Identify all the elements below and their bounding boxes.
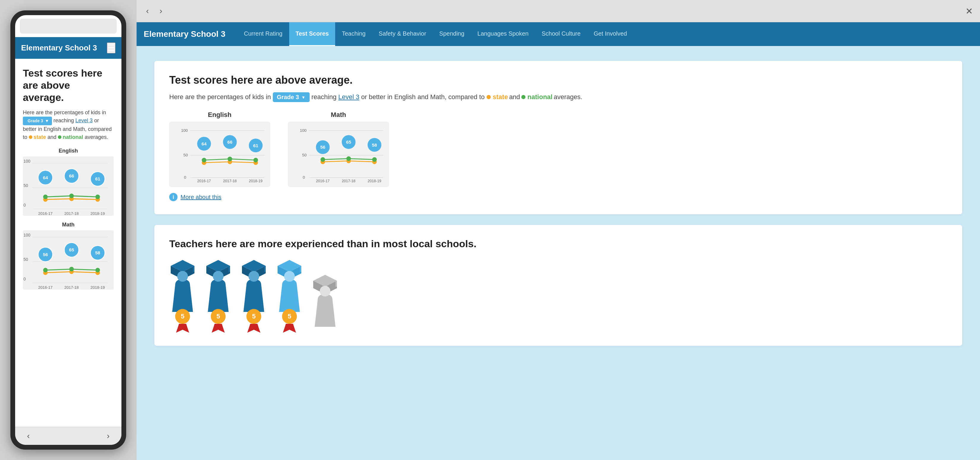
browser-back-button[interactable]: ‹ [144, 5, 151, 17]
svg-text:100: 100 [300, 128, 307, 133]
hamburger-menu[interactable]: ☰ [107, 43, 116, 54]
nav-tabs: Current Rating Test Scores Teaching Safe… [237, 22, 633, 46]
phone-level-link[interactable]: Level 3 [75, 117, 92, 124]
level-link[interactable]: Level 3 [339, 93, 360, 101]
svg-point-67 [347, 156, 351, 161]
svg-point-91 [248, 271, 259, 282]
svg-text:61: 61 [95, 176, 100, 182]
teacher-figure-2: 5 [205, 259, 232, 333]
phone-address-bar[interactable] [20, 19, 117, 33]
svg-point-81 [177, 271, 188, 282]
more-about-link[interactable]: More about this [180, 194, 221, 201]
svg-text:0: 0 [303, 175, 305, 179]
phone-bottom-nav: ‹ › [15, 427, 121, 445]
svg-point-26 [95, 268, 100, 273]
svg-text:0: 0 [184, 175, 186, 179]
svg-point-46 [228, 157, 232, 161]
dot-state-phone [29, 135, 32, 139]
info-icon: i [169, 193, 178, 201]
svg-text:66: 66 [228, 140, 233, 144]
teacher-figure-5 [312, 273, 339, 333]
phone-forward-button[interactable]: › [107, 431, 110, 441]
svg-rect-95 [300, 266, 301, 272]
svg-point-96 [284, 271, 295, 282]
tab-safety-behavior[interactable]: Safety & Behavior [372, 22, 433, 46]
ribbon-3 [247, 324, 260, 333]
svg-text:2016-17: 2016-17 [197, 179, 211, 183]
svg-point-45 [202, 158, 206, 162]
phone-description: Here are the percentages of kids in Grad… [23, 109, 114, 141]
phone-english-title: English [23, 148, 114, 154]
tab-get-involved[interactable]: Get Involved [587, 22, 633, 46]
phone-back-button[interactable]: ‹ [27, 431, 30, 441]
svg-text:56: 56 [320, 144, 326, 149]
site-header: Elementary School 3 Current Rating Test … [137, 22, 980, 46]
main-content: Test scores here are above average. Here… [137, 46, 980, 460]
dropdown-arrow: ▼ [301, 95, 305, 100]
tab-spending[interactable]: Spending [433, 22, 471, 46]
svg-point-24 [43, 268, 48, 273]
svg-text:2018-19: 2018-19 [249, 179, 262, 183]
browser-panel: ‹ › ✕ Elementary School 3 Current Rating… [137, 0, 980, 460]
ribbon-1 [176, 324, 189, 333]
math-chart-box: 100 50 0 [288, 122, 389, 187]
svg-rect-100 [336, 281, 337, 287]
svg-rect-85 [229, 266, 230, 272]
math-chart-svg: 100 50 0 [300, 126, 386, 184]
phone-heading: Test scores here are above average. [23, 67, 114, 103]
phone-math-chart: 100 50 0 [23, 230, 114, 290]
svg-marker-82 [176, 324, 189, 333]
tab-languages-spoken[interactable]: Languages Spoken [471, 22, 535, 46]
svg-point-7 [69, 194, 74, 198]
teachers-heading: Teachers here are more experienced than … [169, 238, 947, 250]
svg-text:64: 64 [43, 175, 48, 180]
math-chart-title: Math [288, 111, 389, 119]
svg-text:65: 65 [69, 247, 74, 252]
english-chart-title: English [169, 111, 270, 119]
svg-text:65: 65 [346, 140, 352, 144]
medal-1: 5 [175, 309, 190, 324]
browser-close-button[interactable]: ✕ [966, 6, 973, 16]
svg-text:56: 56 [43, 252, 48, 257]
svg-text:58: 58 [95, 251, 100, 255]
svg-text:64: 64 [202, 141, 207, 146]
svg-point-25 [69, 267, 74, 271]
svg-text:2018-19: 2018-19 [368, 179, 381, 183]
teacher-figure-1: 5 [169, 259, 196, 333]
svg-rect-90 [264, 266, 266, 272]
ribbon-2 [212, 324, 225, 333]
tab-teaching[interactable]: Teaching [335, 22, 372, 46]
teacher-svg-5 [312, 273, 339, 333]
phone-school-title: Elementary School 3 [21, 43, 97, 52]
charts-row: English 100 50 0 [169, 111, 947, 187]
browser-forward-button[interactable]: › [157, 5, 164, 17]
math-chart-wrapper: Math 100 50 0 [288, 111, 389, 187]
svg-text:66: 66 [69, 174, 74, 179]
phone-nav-bar: Elementary School 3 ☰ [15, 37, 121, 59]
dot-state [487, 95, 491, 99]
phone-math-svg: 56 65 58 2016-17 2017-18 2018-19 [26, 233, 111, 287]
grade-dropdown[interactable]: Grade 3 ▼ [273, 92, 310, 102]
phone-english-chart: 100 50 0 [23, 156, 114, 216]
tab-current-rating[interactable]: Current Rating [237, 22, 289, 46]
svg-text:2016-17: 2016-17 [38, 211, 52, 216]
svg-rect-80 [193, 266, 194, 272]
teacher-figures: 5 5 [169, 259, 947, 333]
svg-text:2018-19: 2018-19 [91, 285, 105, 290]
english-chart-wrapper: English 100 50 0 [169, 111, 270, 187]
phone-panel: Elementary School 3 ☰ Test scores here a… [0, 0, 137, 460]
english-chart-box: 100 50 0 [169, 122, 270, 187]
medal-3: 5 [247, 309, 261, 324]
svg-point-6 [43, 195, 48, 199]
phone-math-title: Math [23, 222, 114, 228]
phone-frame: Elementary School 3 ☰ Test scores here a… [10, 10, 126, 450]
svg-marker-97 [283, 324, 296, 333]
svg-marker-92 [247, 324, 260, 333]
tab-school-culture[interactable]: School Culture [535, 22, 587, 46]
svg-point-86 [213, 271, 224, 282]
tab-test-scores[interactable]: Test Scores [289, 22, 336, 46]
site-school-name: Elementary School 3 [144, 24, 225, 45]
phone-grade-dropdown[interactable]: Grade 3 ▼ [23, 117, 52, 125]
phone-screen: Elementary School 3 ☰ Test scores here a… [15, 15, 121, 445]
svg-text:2018-19: 2018-19 [91, 211, 105, 216]
